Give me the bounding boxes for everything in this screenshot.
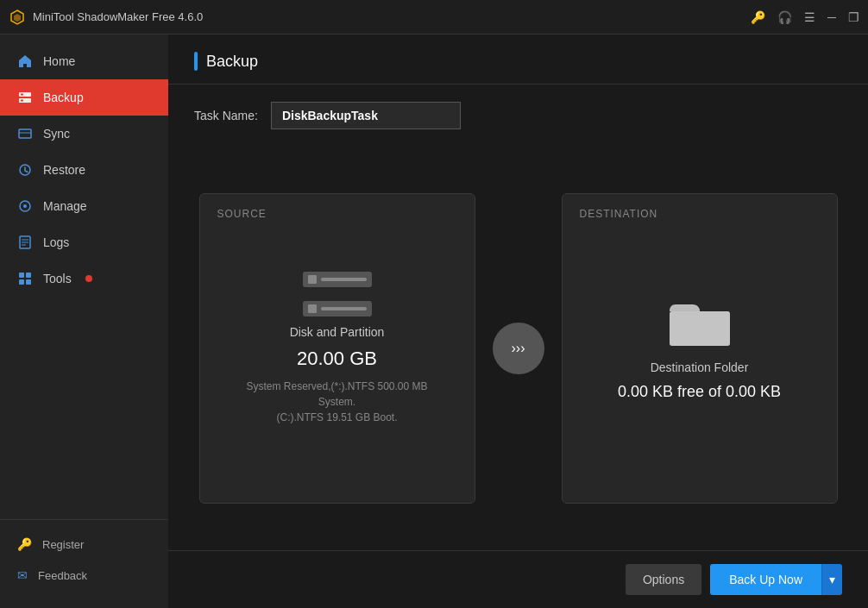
- svg-point-8: [23, 204, 27, 208]
- source-details: System Reserved,(*:).NTFS 500.00 MB Syst…: [246, 379, 427, 425]
- task-name-row: Task Name:: [168, 85, 868, 147]
- svg-rect-16: [26, 279, 31, 285]
- footer: Options Back Up Now ▾: [168, 550, 868, 608]
- sidebar-item-register[interactable]: 🔑 Register: [0, 529, 168, 560]
- svg-rect-13: [19, 273, 24, 278]
- source-card[interactable]: SOURCE Disk and Partition 20.00 GB Syste…: [199, 193, 475, 504]
- chevron-arrows: › › ›: [512, 341, 525, 356]
- sidebar-item-sync[interactable]: Sync: [0, 116, 168, 152]
- source-size: 20.00 GB: [297, 348, 377, 370]
- sidebar-item-backup[interactable]: Backup: [0, 79, 168, 116]
- feedback-label: Feedback: [38, 569, 87, 582]
- main-layout: Home Backup: [0, 34, 868, 608]
- sidebar: Home Backup: [0, 34, 168, 608]
- title-bar-left: MiniTool ShadowMaker Free 4.6.0: [9, 9, 203, 26]
- sidebar-label-tools: Tools: [43, 272, 72, 285]
- folder-icon: [665, 296, 734, 352]
- page-title: Backup: [206, 53, 258, 71]
- sync-icon: [17, 126, 33, 141]
- app-icon: [9, 9, 26, 26]
- sidebar-label-restore: Restore: [43, 163, 85, 177]
- tools-icon: [17, 271, 33, 286]
- manage-icon: [17, 198, 33, 214]
- logs-icon: [17, 235, 33, 250]
- sidebar-nav: Home Backup: [0, 34, 168, 519]
- sidebar-label-home: Home: [43, 54, 75, 68]
- header-accent: [194, 52, 198, 71]
- chevron-3: ›: [520, 341, 525, 356]
- home-icon: [17, 53, 33, 69]
- title-bar-controls: 🔑 🎧 ☰ ─ ❐: [751, 10, 859, 24]
- sidebar-item-restore[interactable]: Restore: [0, 152, 168, 188]
- source-type-label: Disk and Partition: [290, 325, 385, 339]
- backup-dropdown-button[interactable]: ▾: [821, 564, 842, 595]
- sidebar-bottom: 🔑 Register ✉ Feedback: [0, 519, 168, 608]
- content-area: Backup Task Name: SOURCE: [168, 34, 868, 608]
- destination-type-label: Destination Folder: [651, 360, 749, 374]
- disk-icon: [303, 272, 372, 317]
- disk-indicator-2: [308, 304, 317, 313]
- headphone-icon[interactable]: 🎧: [777, 10, 792, 24]
- options-button[interactable]: Options: [626, 564, 701, 595]
- sidebar-label-manage: Manage: [43, 199, 87, 213]
- menu-icon[interactable]: ☰: [804, 10, 815, 24]
- cards-row: SOURCE Disk and Partition 20.00 GB Syste…: [168, 147, 868, 550]
- maximize-icon[interactable]: ❐: [848, 10, 859, 24]
- svg-rect-3: [21, 100, 23, 102]
- tools-badge: [85, 275, 92, 282]
- sidebar-item-logs[interactable]: Logs: [0, 224, 168, 260]
- source-section-label: SOURCE: [217, 208, 267, 220]
- sidebar-label-logs: Logs: [43, 235, 69, 249]
- disk-line-1: [321, 278, 367, 281]
- backup-icon: [17, 90, 33, 105]
- sidebar-label-backup: Backup: [43, 91, 84, 104]
- destination-card[interactable]: DESTINATION Destination Folder 0.00 KB f…: [562, 193, 838, 504]
- destination-free-space: 0.00 KB free of 0.00 KB: [618, 383, 781, 401]
- restore-icon: [17, 162, 33, 178]
- disk-indicator-1: [308, 275, 317, 284]
- svg-rect-14: [26, 273, 31, 278]
- disk-bar-2: [303, 301, 372, 317]
- backup-button-group: Back Up Now ▾: [710, 564, 842, 595]
- sidebar-item-home[interactable]: Home: [0, 43, 168, 79]
- backup-now-button[interactable]: Back Up Now: [710, 564, 821, 595]
- svg-rect-15: [19, 279, 24, 285]
- task-name-label: Task Name:: [194, 109, 258, 122]
- sidebar-label-sync: Sync: [43, 127, 70, 141]
- feedback-icon: ✉: [17, 568, 28, 582]
- task-name-input[interactable]: [271, 102, 461, 129]
- disk-line-2: [321, 307, 367, 310]
- sidebar-item-feedback[interactable]: ✉ Feedback: [0, 560, 168, 591]
- register-icon: 🔑: [17, 537, 32, 551]
- register-label: Register: [42, 538, 84, 551]
- sidebar-item-tools[interactable]: Tools: [0, 260, 168, 297]
- arrow-button[interactable]: › › ›: [493, 323, 544, 374]
- svg-rect-2: [21, 94, 23, 96]
- app-title: MiniTool ShadowMaker Free 4.6.0: [33, 10, 203, 23]
- key-icon[interactable]: 🔑: [751, 10, 765, 24]
- title-bar: MiniTool ShadowMaker Free 4.6.0 🔑 🎧 ☰ ─ …: [0, 0, 868, 34]
- sidebar-item-manage[interactable]: Manage: [0, 188, 168, 224]
- disk-bar-1: [303, 272, 372, 287]
- destination-section-label: DESTINATION: [580, 208, 658, 220]
- svg-rect-4: [19, 129, 31, 138]
- page-header: Backup: [168, 34, 868, 85]
- minimize-icon[interactable]: ─: [827, 10, 836, 24]
- svg-rect-18: [670, 311, 730, 346]
